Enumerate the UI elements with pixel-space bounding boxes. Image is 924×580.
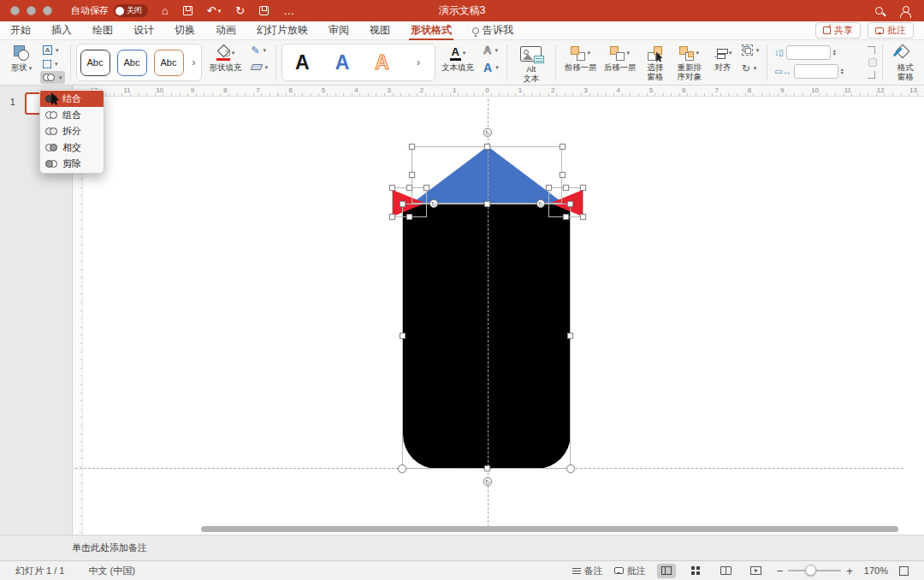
notes-toggle-button[interactable]: 备注 xyxy=(572,565,603,577)
edit-shape-button[interactable]: ▾ xyxy=(40,57,65,70)
selection-handle[interactable] xyxy=(563,185,569,191)
group-objects-button[interactable]: ▾ xyxy=(739,44,762,56)
alt-text-button[interactable]: Alt 文本 xyxy=(512,44,550,84)
merge-shapes-button[interactable]: ▾ xyxy=(40,71,65,84)
format-pane-button[interactable]: 格式 窗格 xyxy=(888,44,922,82)
home-icon[interactable]: ⌂ xyxy=(162,4,169,17)
bring-forward-button[interactable]: ▾ 前移一层 xyxy=(561,44,601,73)
selection-handle[interactable] xyxy=(409,172,415,178)
menu-item-union[interactable]: 结合 xyxy=(40,91,104,107)
tab-review[interactable]: 审阅 xyxy=(329,21,349,40)
rotate-handle[interactable]: ↻ xyxy=(429,199,438,208)
close-window-button[interactable] xyxy=(10,6,20,15)
selection-handle[interactable] xyxy=(546,185,552,191)
rotate-handle[interactable]: ↻ xyxy=(483,128,492,137)
selection-handle[interactable] xyxy=(409,144,415,150)
tab-home[interactable]: 开始 xyxy=(10,21,31,40)
selection-handle[interactable] xyxy=(389,185,395,191)
minimize-window-button[interactable] xyxy=(27,6,36,15)
tab-animations[interactable]: 动画 xyxy=(216,21,236,40)
selection-pane-button[interactable]: 选择 窗格 xyxy=(640,44,671,82)
tab-shape-format[interactable]: 形状格式 xyxy=(411,21,452,40)
selection-handle[interactable] xyxy=(389,214,395,220)
gallery-more-button[interactable]: › xyxy=(415,56,422,68)
undo-icon[interactable]: ↶▾ xyxy=(207,4,221,17)
selection-handle[interactable] xyxy=(484,465,490,471)
autosave-toggle[interactable]: 关闭 xyxy=(114,4,148,17)
selection-handle[interactable] xyxy=(580,214,586,220)
menu-item-fragment[interactable]: 拆分 xyxy=(40,123,104,139)
slide-sorter-view-button[interactable] xyxy=(687,564,706,578)
tab-slideshow[interactable]: 幻灯片放映 xyxy=(257,21,308,40)
shape-width-input[interactable] xyxy=(794,64,838,79)
tab-design[interactable]: 设计 xyxy=(133,21,154,40)
menu-item-combine[interactable]: 组合 xyxy=(40,107,104,123)
tab-view[interactable]: 视图 xyxy=(370,21,390,40)
selection-handle[interactable] xyxy=(400,201,406,207)
search-icon[interactable] xyxy=(875,7,883,15)
zoom-level[interactable]: 170% xyxy=(864,565,888,576)
notes-pane[interactable]: 单击此处添加备注 xyxy=(0,535,924,560)
wordart-style-option[interactable]: A xyxy=(295,51,310,74)
rotate-handle[interactable]: ↻ xyxy=(483,477,492,486)
menu-item-subtract[interactable]: 剪除 xyxy=(40,156,104,172)
redo-icon[interactable]: ↻ xyxy=(235,4,245,17)
selection-handle[interactable] xyxy=(406,214,412,220)
text-fill-button[interactable]: A▾ 文本填充 xyxy=(439,44,477,73)
wordart-style-option[interactable]: A xyxy=(375,51,389,74)
selection-handle[interactable] xyxy=(563,214,569,220)
reorder-objects-button[interactable]: ▾ 重新排 序对象 xyxy=(671,44,708,82)
comments-button[interactable]: 批注 xyxy=(868,22,914,38)
tab-insert[interactable]: 插入 xyxy=(51,21,72,40)
selection-handle[interactable] xyxy=(406,185,412,191)
selection-handle[interactable] xyxy=(484,201,490,207)
slide-canvas[interactable]: 121110987654321012345678910111213 ↻ xyxy=(73,86,924,535)
zoom-slider[interactable] xyxy=(788,570,841,571)
scrollbar-thumb[interactable] xyxy=(201,526,898,532)
rotate-handle[interactable]: ↻ xyxy=(536,199,545,208)
align-button[interactable]: ←▾ 对齐 xyxy=(708,44,737,73)
insert-shapes-button[interactable]: 形状▾ xyxy=(7,44,36,73)
text-outline-button[interactable]: A▾ xyxy=(481,44,501,56)
shape-outline-button[interactable]: ✎▾ xyxy=(249,44,271,56)
selection-handle[interactable] xyxy=(424,185,429,191)
selection-handle[interactable] xyxy=(560,172,566,178)
text-box-button[interactable]: A▾ xyxy=(40,44,65,56)
slideshow-view-button[interactable] xyxy=(747,564,766,578)
height-stepper[interactable]: ▴▾ xyxy=(833,50,836,56)
menu-item-intersect[interactable]: 相交 xyxy=(40,139,104,156)
save-icon[interactable] xyxy=(183,6,192,15)
shape-style-option[interactable]: Abc xyxy=(80,50,110,76)
account-icon[interactable] xyxy=(900,6,910,16)
selection-handle[interactable] xyxy=(567,201,573,207)
zoom-in-button[interactable]: + xyxy=(846,565,853,577)
text-effects-button[interactable]: A▾ xyxy=(481,61,501,74)
zoom-out-button[interactable]: − xyxy=(777,565,784,577)
language-indicator[interactable]: 中文 (中国) xyxy=(88,565,134,577)
selection-handle[interactable] xyxy=(566,465,575,473)
selection-handle[interactable] xyxy=(567,333,573,339)
reading-view-button[interactable] xyxy=(717,564,736,578)
share-button[interactable]: 共享 xyxy=(815,22,861,38)
vertical-guide[interactable] xyxy=(488,99,489,527)
rotate-objects-button[interactable]: ↻▾ xyxy=(739,62,762,74)
tab-transitions[interactable]: 切换 xyxy=(175,21,195,40)
tab-tell-me[interactable]: 告诉我 xyxy=(472,21,513,40)
selection-handle[interactable] xyxy=(400,333,406,339)
more-commands-icon[interactable]: … xyxy=(283,4,294,17)
comments-toggle-button[interactable]: 批注 xyxy=(614,565,646,577)
horizontal-scrollbar[interactable] xyxy=(73,526,924,533)
shape-style-option[interactable]: Abc xyxy=(154,50,184,76)
print-icon[interactable] xyxy=(259,6,269,15)
gallery-more-button[interactable]: › xyxy=(191,56,198,68)
shape-fill-button[interactable]: ▾ 形状填充 xyxy=(207,44,245,73)
autosave-control[interactable]: 自动保存 关闭 xyxy=(71,4,148,17)
selection-handle[interactable] xyxy=(484,144,490,150)
width-stepper[interactable]: ▴▾ xyxy=(841,68,844,74)
shape-effects-button[interactable]: ▾ xyxy=(249,61,271,74)
selection-handle[interactable] xyxy=(580,185,586,191)
selection-handle[interactable] xyxy=(560,144,566,150)
zoom-window-button[interactable] xyxy=(43,6,52,15)
shape-height-input[interactable] xyxy=(786,45,831,60)
wordart-style-option[interactable]: A xyxy=(335,51,350,74)
